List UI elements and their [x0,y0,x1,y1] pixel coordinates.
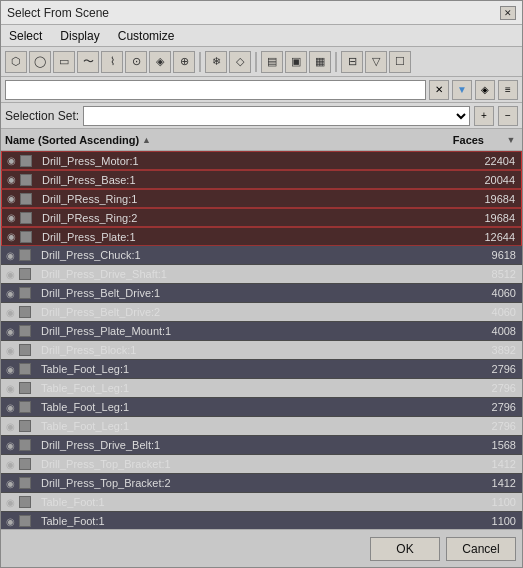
selection-set-remove-btn[interactable]: − [498,106,518,126]
row-faces: 1100 [460,496,520,508]
table-row[interactable]: ◉ Table_Foot:1 1100 [1,512,522,529]
name-column-header[interactable]: Name (Sorted Ascending) ▲ [5,134,424,146]
row-name: Drill_Press_Drive_Shaft:1 [41,268,460,280]
visibility-icon[interactable]: ◉ [3,267,17,281]
visibility-icon[interactable]: ◉ [4,192,18,206]
row-faces: 12644 [459,231,519,243]
visibility-icon[interactable]: ◉ [3,286,17,300]
table-row[interactable]: ◉ Drill_PRess_Ring:1 19684 [1,189,522,208]
table-row[interactable]: ◉ Drill_PRess_Ring:2 19684 [1,208,522,227]
table-row[interactable]: ◉ Drill_Press_Block:1 3892 [1,341,522,360]
visibility-icon[interactable]: ◉ [3,381,17,395]
layer-btn[interactable]: ◈ [475,80,495,100]
table-row[interactable]: ◉ Drill_Press_Belt_Drive:2 4060 [1,303,522,322]
object-icon [20,174,32,186]
object-icon [19,287,31,299]
toolbar-sep-3 [335,52,337,72]
menu-customize[interactable]: Customize [114,28,179,44]
visibility-icon[interactable]: ◉ [3,324,17,338]
wavy-select-btn[interactable]: 〜 [77,51,99,73]
toolbar-sep-1 [199,52,201,72]
row-faces: 20044 [459,174,519,186]
row-faces: 1412 [460,458,520,470]
visibility-icon[interactable]: ◉ [4,154,18,168]
row-name: Drill_Press_Plate_Mount:1 [41,325,460,337]
row-faces: 1568 [460,439,520,451]
visibility-icon[interactable]: ◉ [3,343,17,357]
lasso-select-btn[interactable]: ⊙ [125,51,147,73]
table-row[interactable]: ◉ Drill_Press_Drive_Shaft:1 8512 [1,265,522,284]
object-icon [19,477,31,489]
check-box-btn[interactable]: ▦ [309,51,331,73]
cancel-button[interactable]: Cancel [446,537,516,561]
object-icon [19,420,31,432]
visibility-icon[interactable]: ◉ [3,476,17,490]
row-icons: ◉ [4,173,42,187]
table-row[interactable]: ◉ Drill_Press_Belt_Drive:1 4060 [1,284,522,303]
selection-set-dropdown[interactable] [83,106,470,126]
box-btn[interactable]: ▣ [285,51,307,73]
filter-dropdown-icon[interactable]: ▼ [504,135,518,145]
window-title: Select From Scene [7,6,109,20]
faces-column-header[interactable]: Faces [424,134,504,146]
row-icons: ◉ [3,514,41,528]
rect-select-btn[interactable]: ▭ [53,51,75,73]
table-row[interactable]: ◉ Table_Foot_Leg:1 2796 [1,379,522,398]
object-icon [20,193,32,205]
visibility-icon[interactable]: ◉ [3,514,17,528]
table-row[interactable]: ◉ Drill_Press_Top_Bracket:1 1412 [1,455,522,474]
object-icon [19,306,31,318]
row-faces: 19684 [459,193,519,205]
table-row[interactable]: ◉ Table_Foot:1 1100 [1,493,522,512]
paint-select-btn[interactable]: ◈ [149,51,171,73]
ok-button[interactable]: OK [370,537,440,561]
visibility-icon[interactable]: ◉ [3,400,17,414]
diamond-btn[interactable]: ◇ [229,51,251,73]
visibility-icon[interactable]: ◉ [3,362,17,376]
visibility-icon[interactable]: ◉ [4,230,18,244]
visibility-icon[interactable]: ◉ [3,419,17,433]
object-icon [19,325,31,337]
triangle-down-btn[interactable]: ▽ [365,51,387,73]
snowflake-btn[interactable]: ❄ [205,51,227,73]
stack-btn[interactable]: ≡ [498,80,518,100]
selection-set-add-btn[interactable]: + [474,106,494,126]
row-name: Table_Foot_Leg:1 [41,401,460,413]
empty-box-btn[interactable]: ☐ [389,51,411,73]
row-name: Drill_Press_Belt_Drive:1 [41,287,460,299]
table-row[interactable]: ◉ Drill_Press_Top_Bracket:2 1412 [1,474,522,493]
table-row[interactable]: ◉ Drill_Press_Drive_Belt:1 1568 [1,436,522,455]
visibility-icon[interactable]: ◉ [4,211,18,225]
filter-btn[interactable]: ⊟ [341,51,363,73]
row-name: Table_Foot_Leg:1 [41,363,460,375]
table-row[interactable]: ◉ Drill_Press_Base:1 20044 [1,170,522,189]
table-row[interactable]: ◉ Drill_Press_Chuck:1 9618 [1,246,522,265]
visibility-icon[interactable]: ◉ [3,438,17,452]
row-faces: 2796 [460,363,520,375]
visibility-icon[interactable]: ◉ [3,495,17,509]
clear-search-btn[interactable]: ✕ [429,80,449,100]
row-name: Drill_Press_Top_Bracket:2 [41,477,460,489]
filter-search-btn[interactable]: ▼ [452,80,472,100]
visibility-icon[interactable]: ◉ [3,248,17,262]
table-row[interactable]: ◉ Table_Foot_Leg:1 2796 [1,360,522,379]
title-bar-buttons: ✕ [500,6,516,20]
menu-select[interactable]: Select [5,28,46,44]
visibility-icon[interactable]: ◉ [4,173,18,187]
table-row[interactable]: ◉ Drill_Press_Motor:1 22404 [1,151,522,170]
table-row[interactable]: ◉ Table_Foot_Leg:1 2796 [1,417,522,436]
close-button[interactable]: ✕ [500,6,516,20]
search-input[interactable] [5,80,426,100]
hex-select-btn[interactable]: ⬡ [5,51,27,73]
table-row[interactable]: ◉ Drill_Press_Plate_Mount:1 4008 [1,322,522,341]
visibility-icon[interactable]: ◉ [3,305,17,319]
table-row[interactable]: ◉ Drill_Press_Plate:1 12644 [1,227,522,246]
fence-select-btn[interactable]: ⌇ [101,51,123,73]
grid-btn[interactable]: ▤ [261,51,283,73]
circle-select-btn[interactable]: ◯ [29,51,51,73]
items-list[interactable]: ◉ Drill_Press_Motor:1 22404 ◉ Drill_Pres… [1,151,522,529]
table-row[interactable]: ◉ Table_Foot_Leg:1 2796 [1,398,522,417]
menu-display[interactable]: Display [56,28,103,44]
visibility-icon[interactable]: ◉ [3,457,17,471]
cross-select-btn[interactable]: ⊕ [173,51,195,73]
